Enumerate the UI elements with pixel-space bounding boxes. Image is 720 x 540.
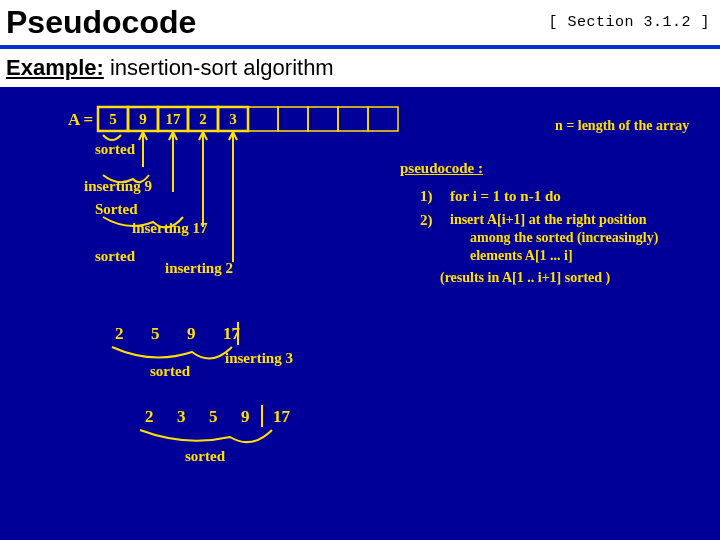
sorted-brace-1: sorted — [95, 140, 135, 158]
pseudocode-line2b: among the sorted (increasingly) — [470, 229, 658, 247]
sorted-row3-value: 2 — [145, 407, 154, 426]
example-label: Example: — [6, 55, 104, 80]
pseudocode-heading: pseudocode : — [400, 159, 483, 177]
inserting-9-label: inserting 9 — [84, 177, 152, 195]
array-cell — [278, 107, 308, 131]
array-value: 5 — [109, 111, 117, 127]
array-label: A = — [68, 111, 93, 129]
sorted-brace-5: sorted — [185, 447, 225, 465]
slide-title: Pseudocode — [6, 4, 196, 41]
sorted-row2-value: 9 — [187, 324, 196, 343]
sorted-row3-value: 9 — [241, 407, 250, 426]
sorted-brace-2: Sorted — [95, 200, 138, 218]
pseudocode-line2a: insert A[i+1] at the right position — [450, 211, 647, 229]
inserting-2-label: inserting 2 — [165, 259, 233, 277]
sorted-row2-value: 5 — [151, 324, 160, 343]
array-value: 2 — [199, 111, 207, 127]
pseudocode-line2c: elements A[1 ... i] — [470, 247, 573, 265]
sorted-row3-value: 5 — [209, 407, 218, 426]
inserting-17-label: inserting 17 — [132, 219, 207, 237]
pseudocode-line2-num: 2) — [420, 211, 433, 229]
array-cell — [248, 107, 278, 131]
n-length-label: n = length of the array — [555, 117, 705, 135]
pseudocode-line1: for i = 1 to n-1 do — [450, 187, 561, 205]
array-cell — [338, 107, 368, 131]
array-value: 3 — [229, 111, 237, 127]
section-reference: [ Section 3.1.2 ] — [548, 14, 710, 31]
sorted-row2-value: 2 — [115, 324, 124, 343]
example-bar: Example: insertion-sort algorithm — [0, 49, 720, 87]
sorted-brace-3: sorted — [95, 247, 135, 265]
slide-header: Pseudocode [ Section 3.1.2 ] — [0, 0, 720, 49]
sorted-row3-value: 3 — [177, 407, 186, 426]
sorted-brace-4: sorted — [150, 362, 190, 380]
sorted-row3-value: 17 — [273, 407, 291, 426]
inserting-3-label: inserting 3 — [225, 349, 293, 367]
pseudocode-line3: (results in A[1 .. i+1] sorted ) — [440, 269, 610, 287]
example-text: insertion-sort algorithm — [104, 55, 334, 80]
array-cell — [368, 107, 398, 131]
array-value: 17 — [166, 111, 182, 127]
diagram-canvas: 591723 25917 235917 A = sorted ins — [0, 87, 720, 517]
pseudocode-line1-num: 1) — [420, 187, 433, 205]
array-cell — [308, 107, 338, 131]
array-value: 9 — [139, 111, 147, 127]
